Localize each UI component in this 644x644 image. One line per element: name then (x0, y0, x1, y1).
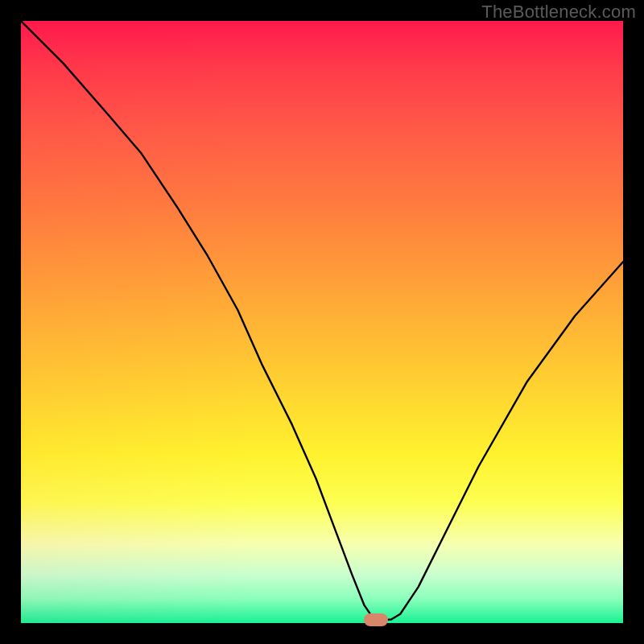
optimal-point-marker (364, 613, 388, 626)
chart-svg (21, 21, 623, 623)
plot-area (21, 21, 623, 623)
watermark-text: TheBottleneck.com (481, 2, 636, 23)
chart-frame: TheBottleneck.com (0, 0, 644, 644)
bottleneck-curve-line (21, 21, 623, 620)
